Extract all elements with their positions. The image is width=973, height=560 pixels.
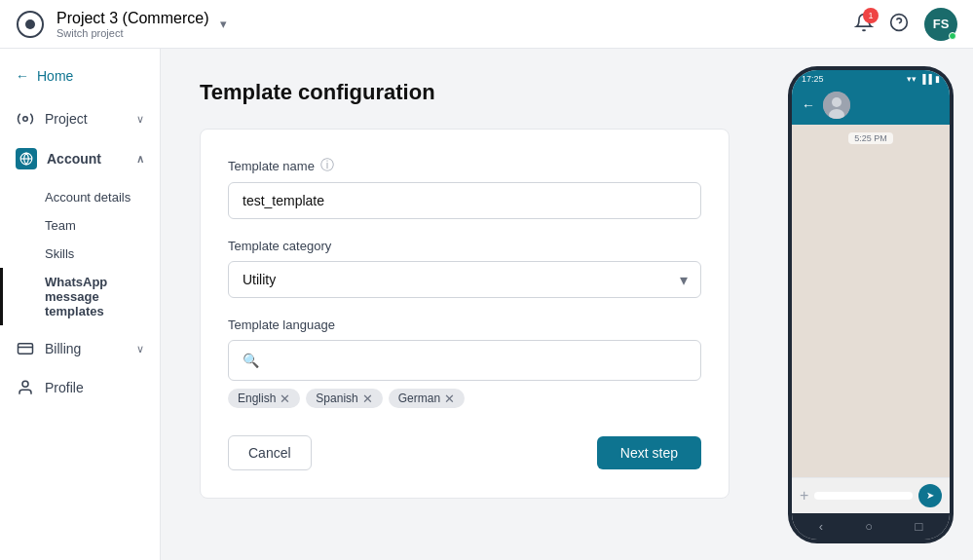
phone-back-nav-icon[interactable]: ‹ bbox=[819, 519, 823, 534]
template-language-group: Template language 🔍 English ✕ Spanish bbox=[228, 317, 701, 408]
tag-english-label: English bbox=[238, 392, 276, 405]
svg-point-11 bbox=[832, 97, 842, 107]
project-chevron[interactable]: ▾ bbox=[220, 17, 227, 31]
main-layout: ← Home Project ∨ Account bbox=[0, 49, 973, 560]
phone-screen: 17:25 ▾▾ ▐▐ ▮ ← bbox=[792, 70, 950, 540]
remove-english-button[interactable]: ✕ bbox=[280, 392, 290, 405]
phone-message-input[interactable] bbox=[814, 492, 913, 500]
template-language-label: Template language bbox=[228, 317, 701, 332]
home-arrow-icon: ← bbox=[16, 68, 29, 84]
language-tags: English ✕ Spanish ✕ German ✕ bbox=[228, 389, 701, 408]
tag-german-label: German bbox=[398, 392, 440, 405]
wifi-icon: ▾▾ bbox=[907, 74, 917, 84]
sidebar-account-label: Account bbox=[47, 151, 101, 167]
phone-chat-header: ← bbox=[792, 86, 950, 125]
phone-home-nav-icon[interactable]: ○ bbox=[865, 519, 873, 534]
project-chevron-icon: ∨ bbox=[136, 113, 144, 126]
account-icon bbox=[16, 148, 37, 169]
sidebar-item-billing[interactable]: Billing ∨ bbox=[0, 329, 160, 368]
phone-back-button[interactable]: ← bbox=[802, 97, 815, 113]
language-tag-spanish: Spanish ✕ bbox=[306, 389, 382, 408]
sidebar-item-whatsapp-templates[interactable]: WhatsApp message templates bbox=[0, 268, 160, 325]
home-label: Home bbox=[37, 68, 73, 84]
svg-rect-7 bbox=[19, 344, 33, 355]
phone-status-bar: 17:25 ▾▾ ▐▐ ▮ bbox=[792, 70, 950, 86]
sidebar-item-account-details[interactable]: Account details bbox=[0, 183, 160, 211]
template-category-select-wrapper: Utility Marketing Authentication ▾ bbox=[228, 261, 701, 298]
template-category-select[interactable]: Utility Marketing Authentication bbox=[228, 261, 701, 298]
sidebar: ← Home Project ∨ Account bbox=[0, 49, 161, 560]
next-step-button[interactable]: Next step bbox=[597, 436, 701, 469]
sidebar-home[interactable]: ← Home bbox=[0, 60, 160, 92]
switch-project[interactable]: Switch project bbox=[56, 27, 208, 39]
language-search-wrapper[interactable]: 🔍 bbox=[228, 340, 701, 381]
phone-time: 17:25 bbox=[802, 74, 824, 84]
search-icon: 🔍 bbox=[243, 353, 259, 368]
cancel-button[interactable]: Cancel bbox=[228, 435, 312, 470]
template-name-input[interactable] bbox=[228, 182, 701, 219]
phone-mockup: 17:25 ▾▾ ▐▐ ▮ ← bbox=[788, 66, 954, 543]
project-info: Project 3 (Commerce) Switch project bbox=[56, 10, 208, 39]
sidebar-item-profile[interactable]: Profile bbox=[0, 368, 160, 407]
phone-chat-area: 5:25 PM bbox=[792, 125, 950, 477]
form-actions: Cancel Next step bbox=[228, 435, 701, 470]
sidebar-item-project[interactable]: Project ∨ bbox=[0, 99, 160, 138]
template-name-group: Template name ⓘ bbox=[228, 157, 701, 219]
phone-recents-nav-icon[interactable]: □ bbox=[915, 519, 922, 534]
sidebar-item-team[interactable]: Team bbox=[0, 211, 160, 240]
phone-send-button[interactable]: ➤ bbox=[918, 484, 942, 507]
notifications-button[interactable]: 1 bbox=[854, 13, 874, 36]
sidebar-item-label: Project bbox=[45, 111, 88, 127]
language-tag-german: German ✕ bbox=[389, 389, 465, 408]
sidebar-profile-label: Profile bbox=[45, 380, 84, 395]
tag-spanish-label: Spanish bbox=[316, 392, 357, 405]
template-category-group: Template category Utility Marketing Auth… bbox=[228, 239, 701, 298]
language-search-input[interactable] bbox=[267, 353, 687, 368]
svg-point-1 bbox=[25, 19, 35, 29]
notification-badge: 1 bbox=[863, 8, 879, 23]
chat-timestamp: 5:25 PM bbox=[848, 132, 893, 144]
template-form-card: Template name ⓘ Template category Utilit… bbox=[200, 129, 730, 499]
topbar-actions: 1 FS bbox=[854, 8, 957, 41]
project-name: Project 3 (Commerce) bbox=[56, 10, 208, 27]
billing-chevron-icon: ∨ bbox=[136, 343, 144, 355]
help-button[interactable] bbox=[889, 13, 909, 36]
phone-contact-avatar bbox=[823, 92, 850, 119]
signal-icon: ▐▐ bbox=[919, 74, 932, 84]
phone-nav-bar: ‹ ○ □ bbox=[792, 513, 950, 540]
svg-point-4 bbox=[23, 117, 28, 122]
account-submenu: Account details Team Skills WhatsApp mes… bbox=[0, 179, 160, 329]
template-category-label: Template category bbox=[228, 239, 701, 253]
battery-icon: ▮ bbox=[935, 74, 940, 84]
phone-input-bar: + ➤ bbox=[792, 477, 950, 513]
app-logo[interactable] bbox=[16, 10, 45, 39]
content-area: Template configuration Template name ⓘ T… bbox=[161, 49, 973, 560]
sidebar-billing-label: Billing bbox=[45, 341, 81, 356]
template-name-label: Template name ⓘ bbox=[228, 157, 701, 174]
phone-status-icons: ▾▾ ▐▐ ▮ bbox=[907, 74, 940, 84]
phone-preview-panel: 17:25 ▾▾ ▐▐ ▮ ← bbox=[768, 49, 973, 560]
sidebar-item-account[interactable]: Account ∧ bbox=[0, 138, 160, 179]
project-icon bbox=[16, 109, 35, 129]
profile-icon bbox=[16, 378, 35, 397]
template-name-help-icon[interactable]: ⓘ bbox=[320, 157, 334, 174]
page-title: Template configuration bbox=[200, 80, 730, 105]
remove-german-button[interactable]: ✕ bbox=[444, 392, 455, 405]
svg-point-9 bbox=[22, 381, 28, 387]
sidebar-item-skills[interactable]: Skills bbox=[0, 240, 160, 268]
billing-icon bbox=[16, 339, 35, 358]
account-chevron-icon: ∧ bbox=[136, 153, 144, 166]
phone-attach-button[interactable]: + bbox=[800, 487, 808, 504]
language-tag-english: English ✕ bbox=[228, 389, 300, 408]
online-indicator bbox=[949, 32, 956, 40]
topbar: Project 3 (Commerce) Switch project ▾ 1 … bbox=[0, 0, 973, 49]
main-content: Template configuration Template name ⓘ T… bbox=[161, 49, 768, 560]
user-avatar[interactable]: FS bbox=[924, 8, 957, 41]
remove-spanish-button[interactable]: ✕ bbox=[362, 392, 373, 405]
